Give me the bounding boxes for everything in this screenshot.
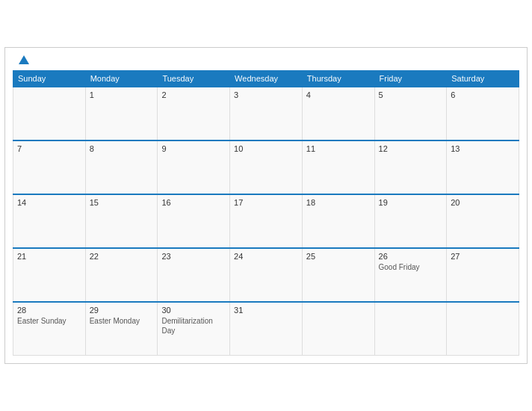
- calendar-cell: 31: [230, 302, 303, 356]
- calendar-cell: [447, 302, 519, 356]
- calendar-cell: 21: [13, 248, 86, 302]
- day-number: 25: [306, 252, 371, 261]
- day-number: 6: [451, 90, 515, 99]
- weekday-header-friday: Friday: [374, 70, 447, 87]
- calendar-cell: 2: [158, 87, 230, 140]
- day-number: 27: [451, 252, 515, 261]
- weekday-header-saturday: Saturday: [447, 70, 519, 87]
- calendar-cell: 19: [374, 194, 447, 248]
- calendar-cell: 1: [85, 87, 158, 140]
- calendar-cell: 9: [158, 140, 230, 194]
- day-number: 7: [17, 144, 81, 153]
- day-number: 17: [234, 198, 298, 207]
- calendar-cell: 6: [447, 87, 519, 140]
- calendar-cell: 27: [447, 248, 519, 302]
- calendar-cell: 29Easter Monday: [85, 302, 158, 356]
- calendar-cell: 11: [302, 140, 374, 194]
- day-number: 1: [90, 90, 154, 99]
- calendar-cell: 30Demilitarization Day: [158, 302, 230, 356]
- day-number: 15: [90, 198, 154, 207]
- calendar-cell: 22: [85, 248, 158, 302]
- calendar-cell: [302, 302, 374, 356]
- day-number: 21: [17, 252, 81, 261]
- day-number: 22: [90, 252, 154, 261]
- day-number: 20: [451, 198, 515, 207]
- day-number: 23: [161, 252, 226, 261]
- day-number: 18: [306, 198, 371, 207]
- day-number: 10: [234, 144, 298, 153]
- day-number: 9: [161, 144, 226, 153]
- day-number: 14: [17, 198, 81, 207]
- day-number: 26: [379, 252, 443, 261]
- calendar-cell: 18: [302, 194, 374, 248]
- calendar-cell: 8: [85, 140, 158, 194]
- calendar-cell: 26Good Friday: [374, 248, 447, 302]
- logo-triangle-icon: [19, 55, 29, 64]
- calendar-cell: [374, 302, 447, 356]
- calendar-cell: [13, 87, 86, 140]
- day-number: 11: [306, 144, 371, 153]
- calendar-cell: 4: [302, 87, 374, 140]
- weekday-header-monday: Monday: [85, 70, 158, 87]
- day-event: Good Friday: [379, 262, 443, 272]
- day-number: 8: [90, 144, 154, 153]
- calendar-cell: 12: [374, 140, 447, 194]
- day-number: 4: [306, 90, 371, 99]
- calendar-cell: 16: [158, 194, 230, 248]
- calendar-cell: 15: [85, 194, 158, 248]
- week-row-1: 78910111213: [13, 140, 519, 194]
- weekday-header-row: SundayMondayTuesdayWednesdayThursdayFrid…: [13, 70, 519, 87]
- calendar-cell: 13: [447, 140, 519, 194]
- day-number: 5: [379, 90, 443, 99]
- weekday-header-wednesday: Wednesday: [230, 70, 303, 87]
- calendar-container: SundayMondayTuesdayWednesdayThursdayFrid…: [4, 47, 528, 365]
- calendar-cell: 28Easter Sunday: [13, 302, 86, 356]
- day-event: Easter Monday: [90, 316, 154, 326]
- day-event: Easter Sunday: [17, 316, 81, 326]
- week-row-3: 212223242526Good Friday27: [13, 248, 519, 302]
- calendar-header: [13, 55, 519, 64]
- day-number: 19: [379, 198, 443, 207]
- calendar-cell: 14: [13, 194, 86, 248]
- calendar-cell: 17: [230, 194, 303, 248]
- calendar-cell: 20: [447, 194, 519, 248]
- day-number: 12: [379, 144, 443, 153]
- week-row-0: 123456: [13, 87, 519, 140]
- calendar-grid: SundayMondayTuesdayWednesdayThursdayFrid…: [13, 70, 519, 356]
- day-number: 24: [234, 252, 298, 261]
- calendar-cell: 10: [230, 140, 303, 194]
- day-number: 2: [161, 90, 226, 99]
- weekday-header-tuesday: Tuesday: [158, 70, 230, 87]
- calendar-cell: 23: [158, 248, 230, 302]
- weekday-header-sunday: Sunday: [13, 70, 86, 87]
- calendar-cell: 24: [230, 248, 303, 302]
- day-number: 31: [234, 306, 298, 315]
- day-event: Demilitarization Day: [161, 316, 226, 336]
- day-number: 16: [161, 198, 226, 207]
- day-number: 28: [17, 306, 81, 315]
- calendar-cell: 7: [13, 140, 86, 194]
- logo: [16, 55, 29, 64]
- calendar-cell: 25: [302, 248, 374, 302]
- calendar-cell: 5: [374, 87, 447, 140]
- day-number: 3: [234, 90, 298, 99]
- weekday-header-thursday: Thursday: [302, 70, 374, 87]
- day-number: 30: [161, 306, 226, 315]
- day-number: 13: [451, 144, 515, 153]
- week-row-2: 14151617181920: [13, 194, 519, 248]
- day-number: 29: [90, 306, 154, 315]
- week-row-4: 28Easter Sunday29Easter Monday30Demilita…: [13, 302, 519, 356]
- calendar-cell: 3: [230, 87, 303, 140]
